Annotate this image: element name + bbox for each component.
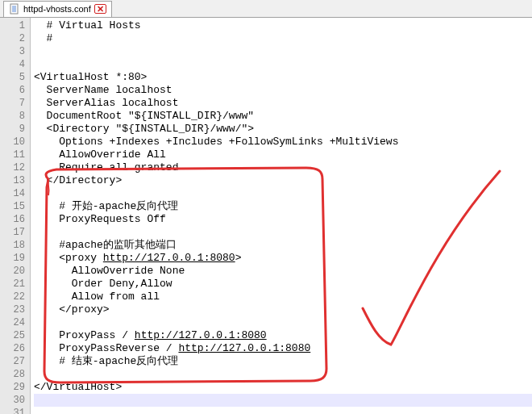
line-number: 7 — [0, 97, 30, 110]
line-number: 18 — [0, 239, 30, 252]
line-number: 30 — [0, 394, 30, 407]
code-line[interactable]: # 开始-apache反向代理 — [34, 200, 532, 213]
line-number: 8 — [0, 110, 30, 123]
code-line[interactable]: DocumentRoot "${INSTALL_DIR}/www" — [34, 110, 532, 123]
editor: 1234567891011121314151617181920212223242… — [0, 18, 532, 414]
line-number: 1 — [0, 19, 30, 32]
line-number: 21 — [0, 278, 30, 291]
code-line[interactable]: <VirtualHost *:80> — [34, 71, 532, 84]
code-text: ProxyPass / — [34, 329, 135, 341]
code-line[interactable]: </proxy> — [34, 303, 532, 316]
line-number: 22 — [0, 291, 30, 303]
code-line[interactable] — [34, 394, 532, 407]
code-line[interactable] — [34, 58, 532, 71]
line-number: 28 — [0, 368, 30, 381]
code-line[interactable]: ServerName localhost — [34, 84, 532, 97]
code-line[interactable] — [34, 187, 532, 200]
code-line[interactable]: ServerAlias localhost — [34, 97, 532, 110]
line-number: 11 — [0, 148, 30, 161]
code-line[interactable]: </Directory> — [34, 174, 532, 187]
code-line[interactable]: # 结束-apache反向代理 — [34, 355, 532, 368]
tab-filename: httpd-vhosts.conf — [23, 4, 91, 14]
line-number: 4 — [0, 58, 30, 71]
code-line[interactable] — [34, 316, 532, 329]
line-number: 25 — [0, 329, 30, 342]
code-line[interactable]: Order Deny,Allow — [34, 278, 532, 291]
code-line[interactable]: # Virtual Hosts — [34, 19, 532, 32]
file-icon — [9, 3, 20, 15]
code-line[interactable]: # — [34, 32, 532, 45]
line-number: 23 — [0, 303, 30, 316]
code-line[interactable] — [34, 368, 532, 381]
line-number: 24 — [0, 316, 30, 329]
code-text: > — [235, 252, 242, 264]
line-number: 29 — [0, 381, 30, 394]
line-number: 15 — [0, 200, 30, 213]
line-number: 16 — [0, 213, 30, 226]
code-line[interactable] — [34, 45, 532, 58]
code-line[interactable]: #apache的监听其他端口 — [34, 239, 532, 252]
code-text: ProxyPassReverse / — [34, 342, 178, 354]
code-line[interactable] — [34, 226, 532, 239]
code-line[interactable]: AllowOverride None — [34, 265, 532, 278]
line-number: 6 — [0, 84, 30, 97]
code-line[interactable]: Options +Indexes +Includes +FollowSymLin… — [34, 136, 532, 148]
url-text: http://127.0.0.1:8080 — [135, 329, 267, 341]
line-number: 26 — [0, 342, 30, 355]
line-number: 20 — [0, 265, 30, 278]
file-tab[interactable]: httpd-vhosts.conf ✕ — [3, 1, 112, 17]
code-area[interactable]: # Virtual Hosts #<VirtualHost *:80> Serv… — [31, 18, 532, 414]
code-line[interactable]: AllowOverride All — [34, 148, 532, 161]
line-number: 2 — [0, 32, 30, 45]
code-text: <proxy — [34, 252, 103, 264]
tab-bar: httpd-vhosts.conf ✕ — [0, 0, 532, 18]
code-line[interactable]: </VirtualHost> — [34, 381, 532, 394]
svg-rect-0 — [10, 4, 18, 14]
close-icon[interactable]: ✕ — [94, 4, 106, 14]
line-number: 9 — [0, 123, 30, 136]
line-number: 14 — [0, 187, 30, 200]
line-number: 19 — [0, 252, 30, 265]
line-number: 5 — [0, 71, 30, 84]
code-line[interactable]: Allow from all — [34, 291, 532, 303]
code-line[interactable]: ProxyPassReverse / http://127.0.0.1:8080 — [34, 342, 532, 355]
code-line[interactable]: <Directory "${INSTALL_DIR}/www/"> — [34, 123, 532, 136]
url-text: http://127.0.0.1:8080 — [178, 342, 310, 354]
line-number: 27 — [0, 355, 30, 368]
code-line[interactable]: ProxyPass / http://127.0.0.1:8080 — [34, 329, 532, 342]
url-text: http://127.0.0.1:8080 — [103, 252, 235, 264]
code-line[interactable]: ProxyRequests Off — [34, 213, 532, 226]
line-number: 13 — [0, 174, 30, 187]
code-line[interactable] — [34, 407, 532, 414]
code-line[interactable]: <proxy http://127.0.0.1:8080> — [34, 252, 532, 265]
line-number-gutter: 1234567891011121314151617181920212223242… — [0, 18, 31, 414]
line-number: 10 — [0, 136, 30, 148]
line-number: 31 — [0, 407, 30, 414]
code-line[interactable]: Require all granted — [34, 161, 532, 174]
line-number: 3 — [0, 45, 30, 58]
line-number: 12 — [0, 161, 30, 174]
line-number: 17 — [0, 226, 30, 239]
